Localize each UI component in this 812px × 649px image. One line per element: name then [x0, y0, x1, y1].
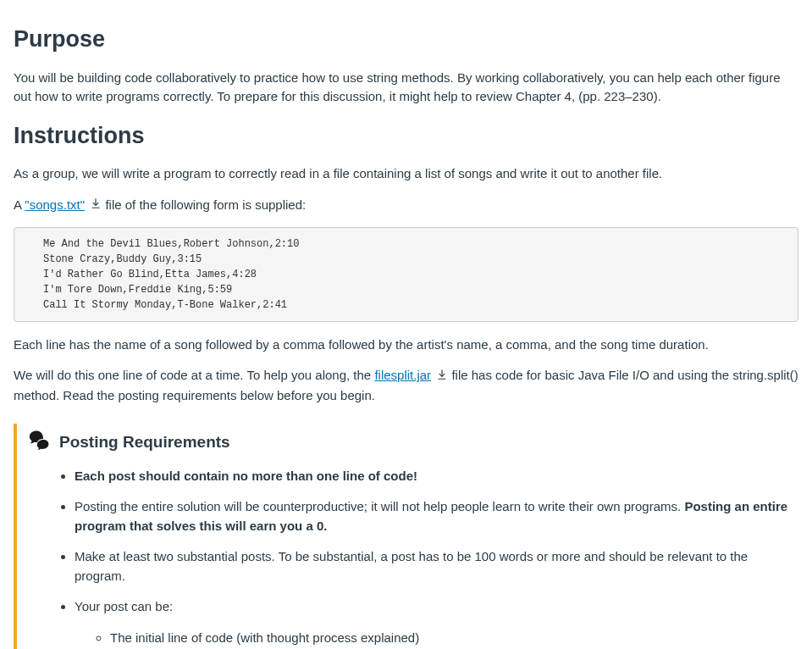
sub-list: The initial line of code (with thought p…: [75, 629, 793, 649]
download-icon[interactable]: [436, 367, 448, 386]
list-item: Each post should contain no more than on…: [75, 467, 793, 486]
instructions-intro: As a group, we will write a program to c…: [14, 164, 798, 184]
posting-requirements-callout: Posting Requirements Each post should co…: [14, 424, 798, 649]
requirements-title: Posting Requirements: [59, 430, 230, 455]
helper-paragraph: We will do this one line of code at a ti…: [14, 366, 798, 405]
callout-header: Posting Requirements: [29, 429, 793, 457]
req-item-text: Posting the entire solution will be coun…: [75, 499, 684, 513]
sentence-suffix: file of the following form is supplied:: [105, 197, 306, 212]
list-item: Make at least two substantial posts. To …: [75, 547, 793, 585]
songs-file-sentence: A "songs.txt" file of the following form…: [14, 196, 798, 215]
instructions-heading: Instructions: [14, 119, 798, 153]
each-line-paragraph: Each line has the name of a song followe…: [14, 336, 798, 355]
requirements-list: Each post should contain no more than on…: [29, 467, 793, 649]
req-item-bold: Each post should contain no more than on…: [75, 469, 417, 483]
chat-icon: [29, 429, 51, 457]
purpose-heading: Purpose: [14, 22, 798, 57]
list-item: The initial line of code (with thought p…: [110, 629, 793, 648]
req-item-text: Your post can be:: [75, 599, 173, 613]
req-item-text: Make at least two substantial posts. To …: [75, 549, 748, 583]
helper-prefix: We will do this one line of code at a ti…: [14, 368, 374, 382]
list-item: Posting the entire solution will be coun…: [75, 497, 793, 535]
songs-txt-link[interactable]: "songs.txt": [25, 197, 85, 212]
download-icon[interactable]: [90, 196, 102, 215]
purpose-paragraph: You will be building code collaborativel…: [14, 69, 798, 107]
list-item: Your post can be: The initial line of co…: [75, 597, 793, 649]
filesplit-jar-link[interactable]: filesplit.jar: [374, 368, 431, 382]
sentence-prefix: A: [14, 197, 25, 212]
songs-code-block: Me And the Devil Blues,Robert Johnson,2:…: [14, 227, 798, 322]
